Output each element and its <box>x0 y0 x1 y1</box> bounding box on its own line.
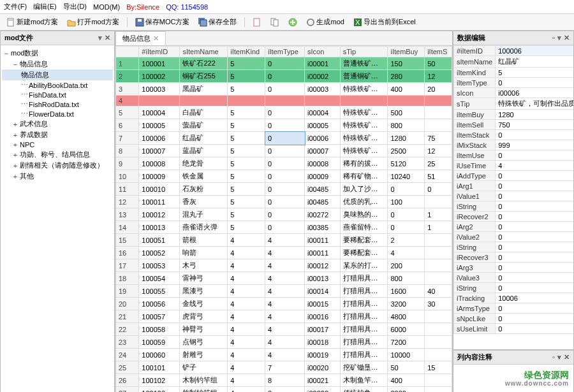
tree-item[interactable]: ⋯FishRodData.txt <box>2 99 113 109</box>
cell[interactable]: 0 <box>265 221 305 234</box>
prop-row[interactable]: iRecover30 <box>454 252 574 263</box>
pin-icon[interactable]: ▾ <box>98 34 102 42</box>
cell[interactable]: i00019 <box>305 349 341 361</box>
cell[interactable]: 150 <box>388 57 425 70</box>
cell[interactable]: 100102 <box>139 374 180 387</box>
cell[interactable]: 石灰粉 <box>180 183 228 196</box>
tree-item[interactable]: +剧情相关（请勿随意修改） <box>2 160 113 171</box>
table-row[interactable]: 4 <box>116 96 452 106</box>
table-row[interactable]: 19100055黑漆弓44i00014打猎用具…160040 <box>116 285 452 298</box>
toggle-icon[interactable]: + <box>12 151 18 159</box>
table-row[interactable]: 3100003黑晶矿50i00003特殊铁矿…40020 <box>116 83 452 96</box>
col-header[interactable]: sIcon <box>305 47 341 57</box>
tree-item[interactable]: +养成数据 <box>2 129 113 140</box>
prop-value[interactable]: i00006 <box>496 88 573 98</box>
cell[interactable] <box>265 96 305 106</box>
cell[interactable] <box>425 96 452 106</box>
cell[interactable]: 5 <box>228 157 265 170</box>
cell[interactable]: 12 <box>425 145 452 157</box>
cell[interactable] <box>425 106 452 119</box>
cell[interactable]: 100059 <box>139 336 180 349</box>
cell[interactable]: i00007 <box>305 145 341 157</box>
prop-value[interactable]: 0 <box>496 263 573 273</box>
cell[interactable]: 优质的乳… <box>340 196 388 208</box>
cell[interactable]: 8 <box>265 374 305 387</box>
export-excel-button[interactable]: X 导出当前到Excel <box>351 16 418 28</box>
table-row[interactable]: 18100054雷神弓44i00013打猎用具…800 <box>116 272 452 285</box>
prop-value[interactable]: 4 <box>496 161 573 171</box>
prop-value[interactable]: 0 <box>496 303 573 314</box>
cell[interactable]: 0 <box>265 170 305 183</box>
cell[interactable]: 20 <box>425 83 452 96</box>
cell[interactable]: 4 <box>265 349 305 361</box>
cell[interactable]: i00385 <box>305 221 341 234</box>
gen-mod-button[interactable]: 生成mod <box>304 16 346 28</box>
cell[interactable]: 30 <box>425 298 452 310</box>
col-header[interactable]: iItemBuy <box>388 47 425 57</box>
cell[interactable]: 打猎用具… <box>340 298 388 310</box>
cell[interactable]: 4 <box>228 285 265 298</box>
prop-row[interactable]: iItemKind5 <box>454 68 574 78</box>
toggle-icon[interactable]: + <box>12 120 18 128</box>
cell[interactable]: 1 <box>425 221 452 234</box>
col-header[interactable]: sItemName <box>180 47 228 57</box>
cell[interactable]: 100101 <box>139 361 180 374</box>
cell[interactable]: 特殊铁矿… <box>340 106 388 119</box>
cell[interactable]: 100006 <box>139 132 180 145</box>
prop-value[interactable]: 0 <box>496 150 573 161</box>
cell[interactable]: 100010 <box>139 183 180 196</box>
prop-row[interactable]: iString0 <box>454 242 574 252</box>
table-row[interactable]: 8100007蓝晶矿50i00007特殊铁矿…250012 <box>116 145 452 157</box>
prop-row[interactable]: sTip特殊铁矿，可制作出品质较… <box>454 98 574 110</box>
cell[interactable]: 铁矿石222 <box>180 57 228 70</box>
toggle-icon[interactable]: + <box>12 131 18 139</box>
toggle-icon[interactable]: + <box>12 173 18 180</box>
cell[interactable]: 4 <box>228 323 265 336</box>
prop-value[interactable]: 999 <box>496 140 573 150</box>
cell[interactable]: 0 <box>265 157 305 170</box>
tab-close-icon[interactable]: ✕ <box>153 34 159 43</box>
cell[interactable]: i00022 <box>305 387 341 393</box>
cell[interactable]: 5 <box>228 196 265 208</box>
prop-value[interactable]: 0 <box>496 314 573 324</box>
panel-pin-icon[interactable]: ▾ <box>557 34 561 42</box>
prop-value[interactable]: 5 <box>496 68 573 78</box>
cell[interactable]: 100001 <box>139 57 180 70</box>
cell[interactable]: 200 <box>388 259 425 272</box>
cell[interactable] <box>228 96 265 106</box>
tree[interactable]: − mod数据 −物品信息物品信息⋯AbilityBookData.txt⋯Fi… <box>1 45 114 392</box>
panel-close-icon[interactable]: ✕ <box>564 353 570 361</box>
prop-value[interactable]: 0 <box>496 324 573 334</box>
cell[interactable]: 0 <box>265 70 305 83</box>
cell[interactable] <box>139 96 180 106</box>
cell[interactable]: 8 <box>265 387 305 393</box>
cell[interactable]: 射雕弓 <box>180 349 228 361</box>
cell[interactable]: 4 <box>228 374 265 387</box>
menu-file[interactable]: 文件(F) <box>4 2 27 11</box>
cell[interactable]: 0 <box>265 119 305 132</box>
cell[interactable]: 点钢弓 <box>180 336 228 349</box>
toggle-icon[interactable]: − <box>3 50 10 57</box>
cell[interactable]: 打猎用具… <box>340 272 388 285</box>
cell[interactable]: 蓝晶矿 <box>180 145 228 157</box>
cell[interactable]: i00021 <box>305 374 341 387</box>
cell[interactable]: 25 <box>425 157 452 170</box>
prop-value[interactable]: 特殊铁矿，可制作出品质较… <box>496 98 573 110</box>
icon-btn-1[interactable] <box>250 17 264 28</box>
cell[interactable]: 100060 <box>139 349 180 361</box>
cell[interactable]: 特殊铁矿… <box>340 83 388 96</box>
property-grid[interactable]: #iItemID100006sItemName红晶矿iItemKind5iIte… <box>453 45 573 349</box>
cell[interactable]: 800 <box>388 272 425 285</box>
cell[interactable]: i00001 <box>305 57 341 70</box>
cell[interactable]: 绝龙骨 <box>180 157 228 170</box>
table-row[interactable]: 15100051箭根44i00011要稀配套…2 <box>116 234 452 247</box>
cell[interactable]: 500 <box>388 106 425 119</box>
table-row[interactable]: 13100012混丸子50i00272臭味熟的…01 <box>116 208 452 221</box>
prop-value[interactable]: 10006 <box>496 293 573 303</box>
cell[interactable]: 黑晶矿 <box>180 83 228 96</box>
prop-row[interactable]: iValue30 <box>454 273 574 283</box>
menu-edit[interactable]: 编辑(E) <box>33 2 57 11</box>
cell[interactable]: i00485 <box>305 183 341 196</box>
prop-value[interactable]: 红晶矿 <box>496 56 573 68</box>
prop-row[interactable]: iAddType0 <box>454 171 574 181</box>
